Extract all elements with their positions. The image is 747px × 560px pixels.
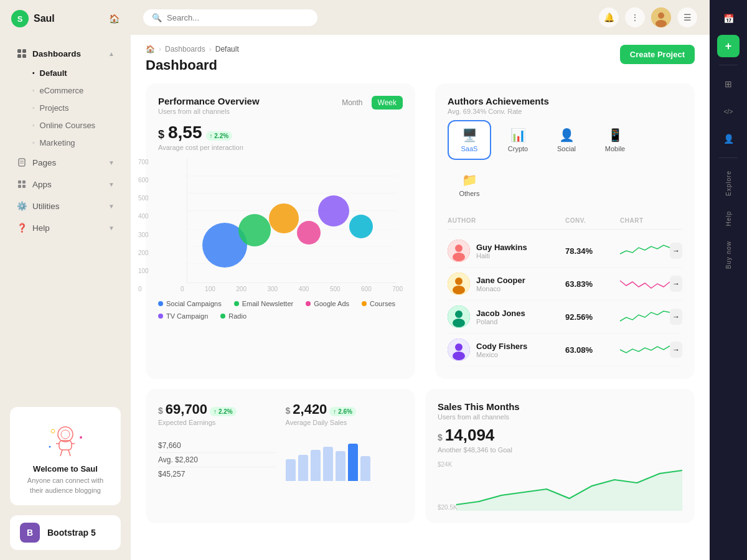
app-name: Saul [34,13,55,24]
help-icon: ❓ [16,222,27,233]
metric-badge: 2.2% [206,131,233,141]
sales-y2: $20.5K [438,504,458,511]
sales-month-card: Sales This Months Users from all channel… [425,389,695,523]
rp-code-btn[interactable]: </> [717,100,740,123]
author-country-4: Mexico [476,351,527,358]
view-btn-4[interactable]: → [670,342,682,358]
author-tab-crypto[interactable]: 📊 Crypto [496,120,540,160]
authors-card: Authors Achievements Avg. 69.34% Conv. R… [435,83,695,379]
sidebar-item-utilities[interactable]: ⚙️ Utilities ▼ [5,195,126,217]
saas-icon: 🖥️ [462,128,477,142]
rp-separator-1 [719,65,738,65]
rp-explore-label[interactable]: Explore [725,166,732,201]
col-conv: CONV. [565,217,615,224]
rp-separator-2 [719,157,738,158]
sales-month-value: 14,094 [445,426,495,445]
svg-point-38 [453,319,465,327]
rp-grid-btn[interactable]: ⊞ [717,73,740,95]
sidebar-child-online-courses[interactable]: Online Courses [5,117,126,134]
sidebar-item-help[interactable]: ❓ Help ▼ [5,217,126,238]
utilities-label: Utilities [32,202,60,211]
sidebar-item-apps[interactable]: Apps ▼ [5,174,126,195]
author-avatar-1 [448,240,470,262]
svg-point-35 [453,286,465,294]
sidebar-logo: S Saul [11,10,55,27]
author-info-1: Guy Hawkins Haiti [448,240,560,262]
utilities-icon: ⚙️ [16,200,27,212]
topbar-right: 🔔 ⋮ ☰ [599,7,697,27]
performance-tabs: Month Week [336,96,403,110]
view-btn-3[interactable]: → [670,309,682,325]
rp-buy-label[interactable]: Buy now [725,236,732,274]
sales-badge: 2.6% [329,407,356,416]
mobile-label: Mobile [605,145,625,152]
sidebar-child-ecommerce[interactable]: eCommerce [5,82,126,99]
author-tab-mobile[interactable]: 📱 Mobile [593,120,637,160]
grid-icon [16,48,27,59]
sidebar-item-dashboards[interactable]: Dashboards ▲ [5,43,126,64]
view-btn-2[interactable]: → [670,276,682,292]
others-icon: 📁 [462,172,477,187]
tab-month[interactable]: Month [336,96,369,110]
author-name-2: Jane Cooper [476,276,525,285]
author-tab-social[interactable]: 👤 Social [545,120,588,160]
svg-rect-8 [22,180,26,184]
author-tab-others[interactable]: 📁 Others [448,165,491,205]
author-country-2: Monaco [476,285,525,292]
crypto-icon: 📊 [510,128,526,142]
svg-point-23 [655,20,667,27]
metric-label: Avarage cost per interaction [158,144,403,151]
earnings-items: $7,660 Avg. $2,820 $45,257 [158,439,276,481]
pages-icon [16,157,27,168]
sidebar-collapse-btn[interactable]: 🏠 [109,14,120,24]
earnings-dollar: $ [158,406,163,416]
svg-point-32 [453,253,465,261]
earnings-card: $ 69,700 2.2% Expected Earnings $ 2,420 … [146,389,415,523]
author-row-1: Guy Hawkins Haiti 78.34% → [448,235,682,268]
topbar-notifications-btn[interactable]: 🔔 [599,7,619,27]
rp-user-btn[interactable]: 👤 [717,128,740,150]
legend-courses: Courses [362,300,395,307]
welcome-title: Welcome to Saul [20,464,111,474]
svg-line-17 [68,450,70,456]
topbar-menu-btn[interactable]: ☰ [677,7,697,27]
legend-email-label: Email Newsletter [242,300,294,307]
performance-subtitle: Users from all channels [158,108,260,115]
bootstrap-icon: B [20,523,40,543]
topbar-avatar[interactable] [651,7,671,27]
rp-calendar-btn[interactable]: 📅 [717,7,740,30]
legend-tv: TV Campaign [158,312,208,320]
sidebar-child-projects[interactable]: Projects [5,100,126,116]
topbar-settings-btn[interactable]: ⋮ [625,7,645,27]
author-tab-saas[interactable]: 🖥️ SaaS [448,120,491,160]
bubble-google [269,203,299,233]
sales-dollar: $ [286,406,291,416]
author-name-4: Cody Fishers [476,342,527,351]
metric-dollar: $ [158,128,164,141]
create-project-button[interactable]: Create Project [620,45,695,64]
sidebar-item-pages[interactable]: Pages ▼ [5,152,126,173]
sidebar-child-default[interactable]: Default [5,65,126,82]
main-content: 🔍 🔔 ⋮ ☰ 🏠 › Dashboards › Defau [131,0,710,560]
right-panel: 📅 + ⊞ </> 👤 Explore Help Buy now [710,0,747,560]
rp-add-btn[interactable]: + [717,35,740,57]
search-input[interactable] [167,13,309,22]
breadcrumb-dashboards[interactable]: Dashboards [165,45,205,54]
svg-rect-9 [18,185,21,188]
mobile-icon: 📱 [608,128,623,142]
conv-rate-3: 92.56% [565,312,615,322]
view-btn-1[interactable]: → [670,243,682,259]
dashboards-label: Dashboards [32,49,81,58]
col-chart: CHART [620,217,682,224]
bar-1 [286,459,296,481]
mini-chart-1: → [620,241,682,260]
svg-point-31 [455,245,463,252]
sales-chart: $24K $20.5K [438,461,682,511]
rp-help-label[interactable]: Help [725,206,732,231]
sidebar-child-marketing[interactable]: Marketing [5,134,126,151]
author-info-2: Jane Cooper Monaco [448,273,560,295]
tab-week[interactable]: Week [372,96,403,110]
breadcrumb: 🏠 › Dashboards › Default [146,35,239,57]
search-box[interactable]: 🔍 [143,9,317,26]
sidebar-nav: Dashboards ▲ Default eCommerce Projects … [0,37,131,397]
